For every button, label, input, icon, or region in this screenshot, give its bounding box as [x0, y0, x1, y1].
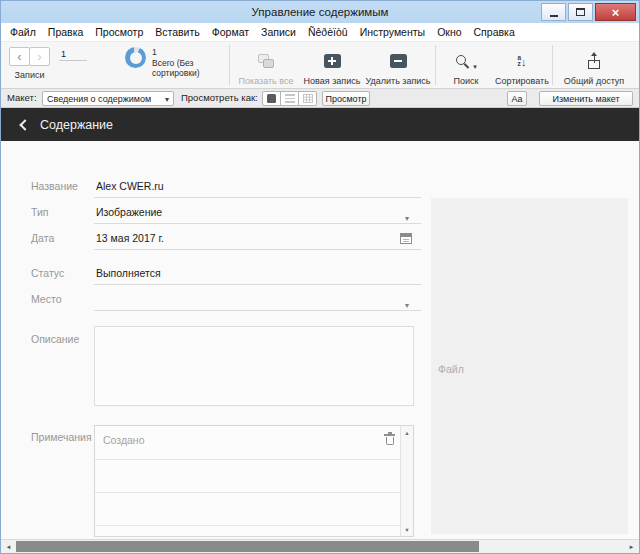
- view-list-button[interactable]: [280, 91, 299, 106]
- find-button[interactable]: Поиск: [439, 46, 493, 86]
- field-underline: [94, 249, 421, 250]
- field-label-notes: Примечания: [31, 431, 92, 443]
- edit-layout-button[interactable]: Изменить макет: [539, 91, 633, 106]
- share-button[interactable]: Общий доступ: [557, 46, 631, 86]
- view-form-button[interactable]: [262, 91, 281, 106]
- layout-selector-dropdown[interactable]: Сведения о содержимом: [42, 91, 174, 106]
- found-count-summary: 1 Всего (Без сортировки): [152, 47, 222, 79]
- trash-icon[interactable]: [384, 432, 395, 445]
- content-header-title: Содержание: [40, 118, 113, 132]
- minimize-button[interactable]: [541, 3, 566, 21]
- show-all-icon: [258, 54, 275, 69]
- portal-row-value[interactable]: Создано: [103, 434, 145, 446]
- field-label-name: Название: [31, 180, 78, 192]
- menu-tools[interactable]: Инструменты: [354, 26, 431, 38]
- total-count-label: Всего (Без сортировки): [152, 58, 222, 79]
- sort-icon: [517, 53, 526, 69]
- portal-row-divider: [95, 525, 401, 526]
- field-label-date: Дата: [31, 232, 54, 244]
- field-value-date[interactable]: 13 мая 2017 г.: [96, 232, 164, 244]
- layout-bar: Макет: Сведения о содержимом Просмотреть…: [1, 89, 639, 108]
- layout-label: Макет:: [7, 89, 37, 108]
- menu-insert[interactable]: Вставить: [149, 26, 206, 38]
- toolbar-divider: [552, 45, 553, 85]
- layout-selector-value: Сведения о содержимом: [47, 94, 165, 104]
- chevron-down-icon: [473, 55, 477, 73]
- scroll-down-icon[interactable]: [401, 523, 413, 536]
- field-label-type: Тип: [31, 206, 49, 218]
- app-window: Управление содержимым Файл Правка Просмо…: [0, 0, 640, 554]
- scroll-right-icon[interactable]: [624, 540, 639, 553]
- total-count: 1: [152, 47, 222, 58]
- toolbar-divider: [229, 45, 230, 85]
- records-label: Записи: [7, 70, 52, 80]
- menu-scripts[interactable]: Ñêðèïòû: [302, 26, 354, 38]
- share-icon: [587, 53, 602, 69]
- record-form: Название Alex CWER.ru Тип Изображение Да…: [1, 141, 639, 539]
- view-as-label: Просмотреть как:: [181, 89, 258, 108]
- scroll-up-icon[interactable]: [401, 426, 413, 439]
- window-controls: [539, 3, 636, 21]
- title-bar[interactable]: Управление содержимым: [1, 1, 639, 23]
- file-container-field[interactable]: Файл: [431, 198, 628, 534]
- back-chevron-icon[interactable]: [19, 119, 30, 130]
- description-textarea[interactable]: [94, 326, 414, 406]
- show-all-button[interactable]: Показать все: [233, 46, 299, 86]
- scroll-left-icon[interactable]: [1, 540, 16, 553]
- content-header: Содержание: [1, 108, 639, 141]
- file-container-label: Файл: [438, 363, 464, 375]
- minimize-icon: [550, 15, 558, 17]
- portal-scrollbar[interactable]: [400, 426, 413, 536]
- previous-record-button[interactable]: [9, 47, 30, 66]
- menu-help[interactable]: Справка: [468, 26, 521, 38]
- field-underline: [94, 284, 421, 285]
- field-value-type[interactable]: Изображение: [96, 206, 162, 218]
- preview-button[interactable]: Просмотр: [322, 91, 370, 106]
- formatting-bar-button[interactable]: Aa: [507, 91, 527, 106]
- close-button[interactable]: [595, 3, 636, 21]
- field-label-place: Место: [31, 293, 62, 305]
- portal-row-divider: [95, 492, 401, 493]
- scrollbar-thumb[interactable]: [16, 541, 479, 552]
- horizontal-scrollbar[interactable]: [1, 539, 639, 553]
- field-label-status: Статус: [31, 267, 64, 279]
- search-icon: [455, 54, 470, 69]
- notes-portal[interactable]: Создано: [94, 425, 414, 537]
- menu-view[interactable]: Просмотр: [89, 26, 149, 38]
- found-set-pie-icon[interactable]: [125, 47, 146, 68]
- field-underline: [94, 310, 421, 311]
- list-view-icon: [285, 94, 295, 103]
- next-record-button[interactable]: [29, 47, 50, 66]
- current-record-input[interactable]: 1: [59, 48, 87, 61]
- menu-format[interactable]: Формат: [206, 26, 255, 38]
- menu-edit[interactable]: Правка: [42, 26, 89, 38]
- sort-button[interactable]: Сортировать: [493, 46, 551, 86]
- view-mode-segmented-control: [262, 91, 317, 106]
- menu-bar: Файл Правка Просмотр Вставить Формат Зап…: [1, 23, 639, 41]
- table-view-icon: [303, 94, 313, 103]
- menu-records[interactable]: Записи: [255, 26, 302, 38]
- close-icon: [612, 3, 620, 21]
- field-underline: [94, 223, 421, 224]
- calendar-icon[interactable]: [400, 233, 412, 244]
- view-table-button[interactable]: [298, 91, 317, 106]
- portal-row-divider: [95, 459, 401, 460]
- field-underline: [94, 197, 421, 198]
- delete-record-button[interactable]: Удалить запись: [363, 46, 433, 86]
- maximize-icon: [576, 8, 585, 16]
- delete-record-icon: [390, 54, 407, 68]
- status-toolbar: Записи 1 1 Всего (Без сортировки) Показа…: [1, 41, 639, 89]
- menu-window[interactable]: Окно: [431, 26, 467, 38]
- field-label-description: Описание: [31, 333, 79, 345]
- menu-file[interactable]: Файл: [4, 26, 42, 38]
- new-record-button[interactable]: Новая запись: [301, 46, 363, 86]
- new-record-icon: [324, 54, 341, 68]
- field-value-status[interactable]: Выполняется: [96, 267, 161, 279]
- toolbar-divider: [435, 45, 436, 85]
- maximize-button[interactable]: [568, 3, 593, 21]
- window-title: Управление содержимым: [252, 6, 389, 18]
- chevron-down-icon: [165, 94, 169, 104]
- field-value-name[interactable]: Alex CWER.ru: [96, 180, 164, 192]
- form-view-icon: [267, 94, 276, 103]
